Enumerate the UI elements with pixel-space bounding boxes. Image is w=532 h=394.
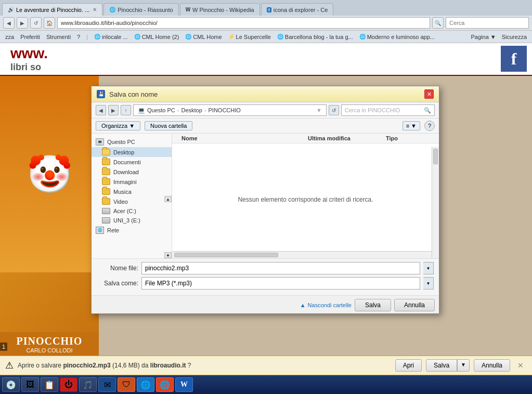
sidebar-scroll-down[interactable]: ▼ — [164, 252, 172, 258]
bookmark-irilocale[interactable]: 🌐 irilocale ... — [92, 33, 130, 41]
organizza-button[interactable]: Organizza ▼ — [96, 121, 140, 130]
download-source: libroaudio.it — [150, 362, 186, 369]
dialog-forward-button[interactable]: ▶ — [108, 105, 119, 115]
browser-search-input[interactable] — [446, 17, 529, 29]
tab-2[interactable]: 🌐 Pinocchio - Riassunto — [103, 3, 178, 16]
bookmark-zza[interactable]: zza — [3, 33, 16, 41]
tab-icon-2: 🌐 — [109, 7, 115, 12]
dialog-refresh-button[interactable]: ↺ — [329, 105, 339, 115]
salva-dropdown-button[interactable]: ▼ — [457, 359, 470, 372]
tab-label-3: W Pinocchio - Wikipedia — [192, 7, 254, 13]
book-title-area: PINOCCHIO CARLO COLLODI — [0, 332, 99, 357]
taskbar-btn-7[interactable]: 🛡 — [118, 377, 135, 392]
taskbar-btn-2[interactable]: 🖼 — [21, 377, 39, 392]
sidebar-scroll-up[interactable]: ▲ — [164, 196, 172, 202]
help-button[interactable]: ? — [424, 121, 435, 131]
toolbar-pagina[interactable]: Pagina ▼ — [469, 33, 498, 41]
dialog-up-button[interactable]: ↑ — [121, 105, 131, 115]
download-bar: ⚠ Aprire o salvare pinocchio2.mp3 (14,6 … — [0, 356, 532, 375]
col-header-modifica[interactable]: Ultima modifica — [308, 135, 386, 141]
nome-file-dropdown[interactable]: ▼ — [423, 262, 434, 274]
bookmark-strumenti[interactable]: Strumenti — [44, 33, 73, 41]
address-input[interactable]: www.libroaudio.it/libri-audio/pinocchio/ — [57, 17, 430, 29]
sidebar-item-uni[interactable]: UNI_3 (E:) — [92, 216, 172, 225]
download-bar-close-button[interactable]: ✕ — [514, 360, 527, 371]
col-header-nome[interactable]: Nome — [181, 135, 308, 141]
sidebar-item-immagini[interactable]: Immagini — [92, 177, 172, 187]
nascondi-cartelle-button[interactable]: ▲ Nascondi cartelle — [300, 302, 352, 308]
dialog-titlebar: 💾 Salva con nome ✕ — [92, 86, 439, 102]
refresh-button[interactable]: ↺ — [30, 17, 42, 29]
website-brand: libri so — [10, 62, 522, 73]
vertical-scrollbar[interactable] — [432, 147, 439, 258]
taskbar-btn-10[interactable]: W — [175, 377, 193, 392]
dialog-close-button[interactable]: ✕ — [424, 89, 434, 99]
tab-active[interactable]: 🔊 Le avventure di Pinocchio. ... ✕ — [2, 3, 102, 16]
sidebar-item-rete[interactable]: 🌐 Rete — [92, 225, 172, 235]
forward-button[interactable]: ▶ — [17, 17, 28, 29]
dialog-search-box[interactable]: Cerca in PINOCCHIO 🔍 — [341, 104, 435, 116]
annulla-dl-button[interactable]: Annulla — [474, 359, 510, 372]
tab-3[interactable]: W W Pinocchio - Wikipedia — [180, 3, 260, 16]
dialog-footer: Nome file: ▼ Salva come: ▼ — [92, 258, 439, 295]
book-cover: 🤡 PINOCCHIO CARLO COLLODI — [0, 76, 99, 357]
sidebar-item-acer[interactable]: Acer (C:) — [92, 206, 172, 216]
tab-close-1[interactable]: ✕ — [93, 7, 97, 12]
folder-musica-icon — [102, 188, 110, 195]
column-headers: Nome Ultima modifica Tipo — [172, 134, 439, 143]
nome-file-label: Nome file: — [97, 265, 138, 272]
apri-button[interactable]: Apri — [395, 359, 422, 372]
salva-button[interactable]: Salva — [355, 299, 391, 311]
toolbar-sicurezza[interactable]: Sicurezza — [500, 33, 529, 41]
website-url-display: www. — [10, 45, 522, 62]
bookmark-preferiti[interactable]: Preferiti — [18, 33, 42, 41]
back-button[interactable]: ◀ — [3, 17, 15, 29]
tab-bar: 🔊 Le avventure di Pinocchio. ... ✕ 🌐 Pin… — [0, 0, 532, 16]
hscrollbar-thumb[interactable] — [174, 253, 278, 257]
taskbar-btn-9[interactable]: 🌐 — [156, 377, 174, 392]
nuova-cartella-button[interactable]: Nuova cartella — [145, 121, 192, 130]
bookmark-barcellona[interactable]: 🌐 Barcellona blog - la tua g... — [275, 33, 355, 41]
pinocchio-figure-icon: 🤡 — [27, 153, 72, 195]
bookmark-supercelle[interactable]: ⚡ Le Supercelle — [226, 33, 273, 41]
facebook-icon[interactable]: f — [501, 46, 527, 72]
dialog-action-bar: Organizza ▼ Nuova cartella ≡ ▼ ? — [92, 119, 439, 134]
sidebar-item-desktop[interactable]: Desktop — [92, 147, 172, 157]
page-number-indicator: 1 — [0, 343, 7, 351]
sidebar-item-questo-pc[interactable]: 💻 Questo PC — [92, 137, 172, 147]
salva-come-dropdown[interactable]: ▼ — [423, 277, 434, 290]
address-bar: ◀ ▶ ↺ 🏠 www.libroaudio.it/libri-audio/pi… — [0, 16, 532, 31]
tab-4[interactable]: 8 icona di explorer - Ce — [261, 3, 334, 16]
col-header-tipo[interactable]: Tipo — [386, 135, 427, 141]
view-toggle-button[interactable]: ≡ ▼ — [403, 121, 420, 130]
taskbar-btn-4[interactable]: ⏻ — [60, 377, 77, 392]
breadcrumb[interactable]: 💻 Questo PC › Desktop › PINOCCHIO ▼ — [133, 104, 327, 116]
taskbar-btn-1[interactable]: 💿 — [2, 377, 20, 392]
scrollbar-thumb[interactable] — [433, 149, 438, 164]
book-author: CARLO COLLODI — [3, 347, 96, 353]
sidebar-item-video[interactable]: Video — [92, 196, 172, 206]
bookmark-help[interactable]: ? — [75, 33, 82, 41]
home-button[interactable]: 🏠 — [44, 17, 55, 29]
annulla-button[interactable]: Annulla — [394, 299, 435, 311]
sidebar-item-documenti[interactable]: Documenti — [92, 157, 172, 167]
bookmark-cml1[interactable]: 🌐 CML Home (2) — [132, 33, 181, 41]
nome-file-input[interactable] — [141, 262, 420, 274]
salva-dl-button[interactable]: Salva — [426, 359, 457, 372]
bookmark-cml2[interactable]: 🌐 CML Home — [183, 33, 224, 41]
computer-small-icon: 💻 — [138, 107, 145, 114]
taskbar-btn-6[interactable]: ✉ — [98, 377, 116, 392]
salva-come-input[interactable] — [141, 277, 420, 290]
taskbar-btn-8[interactable]: 🌐 — [137, 377, 154, 392]
sidebar-item-musica[interactable]: Musica — [92, 187, 172, 196]
search-icon[interactable]: 🔍 — [432, 17, 444, 29]
sidebar-item-download[interactable]: Download — [92, 167, 172, 177]
tab-label-4: icona di explorer - Ce — [274, 7, 328, 13]
horizontal-scrollbar[interactable] — [172, 251, 432, 258]
taskbar-btn-3[interactable]: 📋 — [41, 377, 58, 392]
bookmark-moderno[interactable]: 🌐 Moderno e luminoso app... — [357, 33, 437, 41]
dialog-sidebar: 💻 Questo PC Desktop Documenti Download — [92, 134, 172, 258]
tab-icon-3: W — [186, 7, 190, 12]
dialog-back-button[interactable]: ◀ — [96, 105, 106, 115]
taskbar-btn-5[interactable]: 🎵 — [79, 377, 97, 392]
